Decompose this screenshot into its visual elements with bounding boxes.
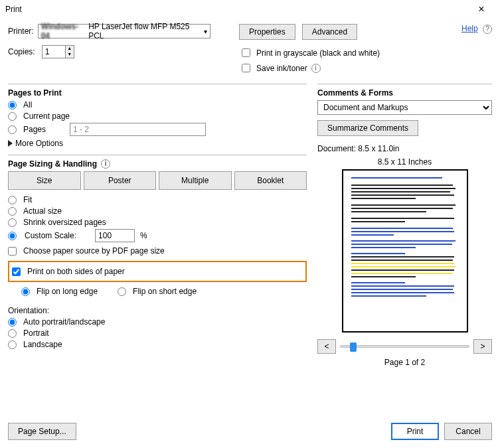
pages-to-print-title: Pages to Print — [8, 88, 307, 98]
preview-page-indicator: Page 1 of 2 — [317, 358, 492, 367]
help-link[interactable]: Help — [461, 24, 478, 33]
preview-next-button[interactable]: > — [473, 339, 492, 354]
copies-input[interactable] — [42, 45, 65, 58]
preview-size-label: 8.5 x 11 Inches — [317, 157, 492, 167]
custom-scale-input[interactable] — [95, 229, 135, 242]
orientation-title: Orientation: — [8, 306, 307, 315]
size-button[interactable]: Size — [8, 171, 81, 190]
duplex-checkbox[interactable] — [12, 267, 21, 276]
cancel-button[interactable]: Cancel — [444, 423, 492, 440]
info-icon[interactable]: i — [311, 64, 321, 73]
printer-label: Printer: — [8, 27, 34, 36]
booklet-button[interactable]: Booklet — [234, 171, 307, 190]
page-preview — [342, 169, 468, 333]
properties-button[interactable]: Properties — [239, 24, 295, 40]
triangle-right-icon — [8, 140, 13, 147]
multiple-button[interactable]: Multiple — [159, 171, 232, 190]
spin-up-icon[interactable]: ▲ — [66, 46, 74, 52]
window-title: Print — [5, 5, 468, 14]
copies-label: Copies: — [8, 47, 35, 56]
page-setup-button[interactable]: Page Setup... — [8, 423, 76, 440]
sizing-title: Page Sizing & Handling — [8, 159, 97, 169]
spin-down-icon[interactable]: ▼ — [66, 52, 74, 58]
pages-all-radio[interactable] — [8, 101, 17, 110]
pages-range-input[interactable] — [70, 123, 206, 136]
document-size-label: Document: 8.5 x 11.0in — [317, 144, 492, 153]
choose-source-checkbox[interactable] — [8, 247, 17, 256]
comments-title: Comments & Forms — [317, 88, 492, 98]
preview-prev-button[interactable]: < — [317, 339, 336, 354]
copies-spinner[interactable]: ▲ ▼ — [42, 45, 74, 58]
advanced-button[interactable]: Advanced — [302, 24, 357, 40]
print-button[interactable]: Print — [391, 423, 439, 440]
flip-long-radio[interactable] — [21, 287, 30, 296]
custom-scale-radio[interactable] — [8, 232, 17, 240]
chevron-down-icon: ▾ — [204, 28, 207, 35]
help-info-icon[interactable]: ? — [483, 25, 492, 34]
pages-current-radio[interactable] — [8, 112, 17, 121]
slider-thumb[interactable] — [350, 342, 357, 352]
info-icon[interactable]: i — [101, 159, 110, 169]
printer-name: HP LaserJet flow MFP M525 PCL — [88, 22, 200, 40]
preview-slider[interactable] — [340, 345, 469, 348]
comments-select[interactable]: Document and Markups — [317, 100, 492, 115]
shrink-radio[interactable] — [8, 218, 17, 227]
orientation-landscape-radio[interactable] — [8, 340, 17, 349]
flip-short-radio[interactable] — [118, 287, 126, 296]
close-icon[interactable]: × — [468, 3, 495, 15]
printer-select[interactable]: Windows-04 HP LaserJet flow MFP M525 PCL… — [38, 24, 210, 38]
poster-button[interactable]: Poster — [84, 171, 157, 190]
grayscale-checkbox[interactable]: Print in grayscale (black and white) — [239, 46, 456, 59]
orientation-auto-radio[interactable] — [8, 318, 17, 327]
orientation-portrait-radio[interactable] — [8, 329, 17, 338]
pages-range-radio[interactable] — [8, 125, 17, 134]
fit-radio[interactable] — [8, 196, 17, 204]
summarize-comments-button[interactable]: Summarize Comments — [317, 120, 418, 136]
saveink-checkbox[interactable]: Save ink/toner i — [239, 62, 456, 74]
more-options-toggle[interactable]: More Options — [8, 139, 307, 148]
actual-radio[interactable] — [8, 207, 17, 216]
duplex-highlight: Print on both sides of paper — [8, 261, 307, 282]
